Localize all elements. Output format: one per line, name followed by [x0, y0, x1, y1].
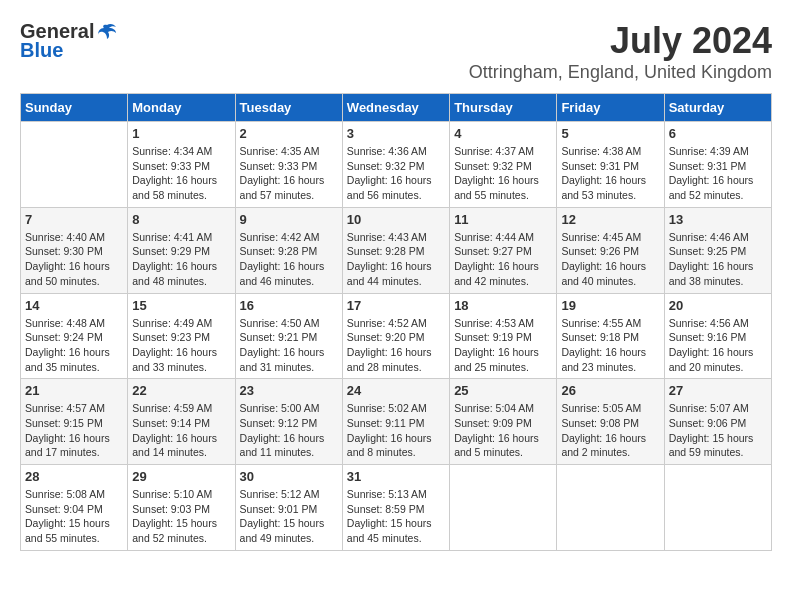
day-info: Sunrise: 5:08 AM Sunset: 9:04 PM Dayligh… — [25, 487, 123, 546]
day-info: Sunrise: 4:57 AM Sunset: 9:15 PM Dayligh… — [25, 401, 123, 460]
day-number: 16 — [240, 298, 338, 313]
day-number: 12 — [561, 212, 659, 227]
day-number: 26 — [561, 383, 659, 398]
day-number: 5 — [561, 126, 659, 141]
day-number: 19 — [561, 298, 659, 313]
calendar-week-row: 7Sunrise: 4:40 AM Sunset: 9:30 PM Daylig… — [21, 207, 772, 293]
day-number: 2 — [240, 126, 338, 141]
day-info: Sunrise: 5:10 AM Sunset: 9:03 PM Dayligh… — [132, 487, 230, 546]
day-number: 11 — [454, 212, 552, 227]
header-monday: Monday — [128, 94, 235, 122]
table-row: 5Sunrise: 4:38 AM Sunset: 9:31 PM Daylig… — [557, 122, 664, 208]
table-row: 11Sunrise: 4:44 AM Sunset: 9:27 PM Dayli… — [450, 207, 557, 293]
day-info: Sunrise: 5:04 AM Sunset: 9:09 PM Dayligh… — [454, 401, 552, 460]
page-header: General Blue July 2024 Ottringham, Engla… — [20, 20, 772, 83]
table-row — [21, 122, 128, 208]
day-number: 8 — [132, 212, 230, 227]
day-number: 14 — [25, 298, 123, 313]
table-row: 27Sunrise: 5:07 AM Sunset: 9:06 PM Dayli… — [664, 379, 771, 465]
logo-blue-text: Blue — [20, 39, 63, 62]
table-row: 18Sunrise: 4:53 AM Sunset: 9:19 PM Dayli… — [450, 293, 557, 379]
table-row: 8Sunrise: 4:41 AM Sunset: 9:29 PM Daylig… — [128, 207, 235, 293]
day-info: Sunrise: 4:44 AM Sunset: 9:27 PM Dayligh… — [454, 230, 552, 289]
day-number: 22 — [132, 383, 230, 398]
day-info: Sunrise: 4:50 AM Sunset: 9:21 PM Dayligh… — [240, 316, 338, 375]
table-row: 23Sunrise: 5:00 AM Sunset: 9:12 PM Dayli… — [235, 379, 342, 465]
day-info: Sunrise: 4:35 AM Sunset: 9:33 PM Dayligh… — [240, 144, 338, 203]
day-number: 13 — [669, 212, 767, 227]
day-info: Sunrise: 4:55 AM Sunset: 9:18 PM Dayligh… — [561, 316, 659, 375]
calendar-week-row: 21Sunrise: 4:57 AM Sunset: 9:15 PM Dayli… — [21, 379, 772, 465]
day-info: Sunrise: 4:56 AM Sunset: 9:16 PM Dayligh… — [669, 316, 767, 375]
day-number: 4 — [454, 126, 552, 141]
table-row: 12Sunrise: 4:45 AM Sunset: 9:26 PM Dayli… — [557, 207, 664, 293]
day-number: 6 — [669, 126, 767, 141]
day-number: 31 — [347, 469, 445, 484]
day-info: Sunrise: 4:49 AM Sunset: 9:23 PM Dayligh… — [132, 316, 230, 375]
title-area: July 2024 Ottringham, England, United Ki… — [469, 20, 772, 83]
header-sunday: Sunday — [21, 94, 128, 122]
day-info: Sunrise: 4:59 AM Sunset: 9:14 PM Dayligh… — [132, 401, 230, 460]
table-row: 30Sunrise: 5:12 AM Sunset: 9:01 PM Dayli… — [235, 465, 342, 551]
day-number: 15 — [132, 298, 230, 313]
day-number: 28 — [25, 469, 123, 484]
day-info: Sunrise: 4:38 AM Sunset: 9:31 PM Dayligh… — [561, 144, 659, 203]
day-info: Sunrise: 4:34 AM Sunset: 9:33 PM Dayligh… — [132, 144, 230, 203]
table-row: 14Sunrise: 4:48 AM Sunset: 9:24 PM Dayli… — [21, 293, 128, 379]
table-row: 3Sunrise: 4:36 AM Sunset: 9:32 PM Daylig… — [342, 122, 449, 208]
table-row: 19Sunrise: 4:55 AM Sunset: 9:18 PM Dayli… — [557, 293, 664, 379]
table-row: 31Sunrise: 5:13 AM Sunset: 8:59 PM Dayli… — [342, 465, 449, 551]
logo-bird-icon — [96, 21, 118, 43]
day-number: 27 — [669, 383, 767, 398]
day-number: 1 — [132, 126, 230, 141]
calendar-table: Sunday Monday Tuesday Wednesday Thursday… — [20, 93, 772, 551]
header-tuesday: Tuesday — [235, 94, 342, 122]
day-number: 25 — [454, 383, 552, 398]
day-number: 7 — [25, 212, 123, 227]
table-row: 26Sunrise: 5:05 AM Sunset: 9:08 PM Dayli… — [557, 379, 664, 465]
day-number: 24 — [347, 383, 445, 398]
day-info: Sunrise: 5:13 AM Sunset: 8:59 PM Dayligh… — [347, 487, 445, 546]
table-row: 9Sunrise: 4:42 AM Sunset: 9:28 PM Daylig… — [235, 207, 342, 293]
day-number: 21 — [25, 383, 123, 398]
day-number: 9 — [240, 212, 338, 227]
day-number: 23 — [240, 383, 338, 398]
day-info: Sunrise: 5:00 AM Sunset: 9:12 PM Dayligh… — [240, 401, 338, 460]
header-friday: Friday — [557, 94, 664, 122]
table-row: 21Sunrise: 4:57 AM Sunset: 9:15 PM Dayli… — [21, 379, 128, 465]
day-info: Sunrise: 4:37 AM Sunset: 9:32 PM Dayligh… — [454, 144, 552, 203]
table-row: 20Sunrise: 4:56 AM Sunset: 9:16 PM Dayli… — [664, 293, 771, 379]
table-row — [557, 465, 664, 551]
header-thursday: Thursday — [450, 94, 557, 122]
table-row — [664, 465, 771, 551]
day-info: Sunrise: 5:05 AM Sunset: 9:08 PM Dayligh… — [561, 401, 659, 460]
table-row: 22Sunrise: 4:59 AM Sunset: 9:14 PM Dayli… — [128, 379, 235, 465]
calendar-week-row: 14Sunrise: 4:48 AM Sunset: 9:24 PM Dayli… — [21, 293, 772, 379]
month-title: July 2024 — [469, 20, 772, 62]
logo: General Blue — [20, 20, 118, 62]
day-number: 18 — [454, 298, 552, 313]
table-row: 24Sunrise: 5:02 AM Sunset: 9:11 PM Dayli… — [342, 379, 449, 465]
day-number: 17 — [347, 298, 445, 313]
day-info: Sunrise: 4:53 AM Sunset: 9:19 PM Dayligh… — [454, 316, 552, 375]
day-info: Sunrise: 4:40 AM Sunset: 9:30 PM Dayligh… — [25, 230, 123, 289]
weekday-header-row: Sunday Monday Tuesday Wednesday Thursday… — [21, 94, 772, 122]
day-info: Sunrise: 5:12 AM Sunset: 9:01 PM Dayligh… — [240, 487, 338, 546]
day-info: Sunrise: 4:43 AM Sunset: 9:28 PM Dayligh… — [347, 230, 445, 289]
day-number: 20 — [669, 298, 767, 313]
table-row: 17Sunrise: 4:52 AM Sunset: 9:20 PM Dayli… — [342, 293, 449, 379]
day-number: 30 — [240, 469, 338, 484]
day-info: Sunrise: 4:39 AM Sunset: 9:31 PM Dayligh… — [669, 144, 767, 203]
calendar-week-row: 1Sunrise: 4:34 AM Sunset: 9:33 PM Daylig… — [21, 122, 772, 208]
table-row — [450, 465, 557, 551]
day-info: Sunrise: 4:36 AM Sunset: 9:32 PM Dayligh… — [347, 144, 445, 203]
table-row: 29Sunrise: 5:10 AM Sunset: 9:03 PM Dayli… — [128, 465, 235, 551]
table-row: 13Sunrise: 4:46 AM Sunset: 9:25 PM Dayli… — [664, 207, 771, 293]
table-row: 16Sunrise: 4:50 AM Sunset: 9:21 PM Dayli… — [235, 293, 342, 379]
day-info: Sunrise: 4:52 AM Sunset: 9:20 PM Dayligh… — [347, 316, 445, 375]
day-info: Sunrise: 4:48 AM Sunset: 9:24 PM Dayligh… — [25, 316, 123, 375]
day-info: Sunrise: 4:45 AM Sunset: 9:26 PM Dayligh… — [561, 230, 659, 289]
day-number: 29 — [132, 469, 230, 484]
location-title: Ottringham, England, United Kingdom — [469, 62, 772, 83]
day-info: Sunrise: 5:07 AM Sunset: 9:06 PM Dayligh… — [669, 401, 767, 460]
